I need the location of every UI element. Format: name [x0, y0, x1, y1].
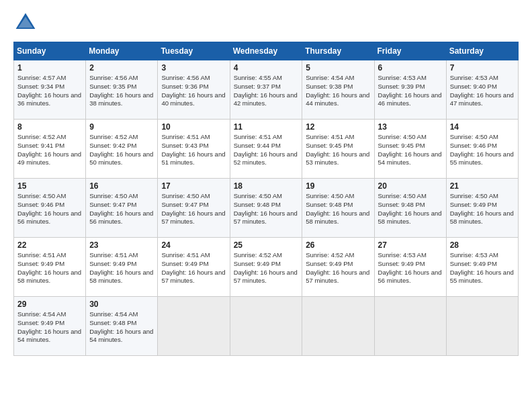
day-number: 29 [17, 300, 82, 309]
day-info: Sunrise: 4:51 AMSunset: 9:49 PMDaylight:… [161, 251, 226, 285]
calendar-week-2: 8Sunrise: 4:52 AMSunset: 9:41 PMDaylight… [14, 120, 519, 179]
day-number: 1 [17, 63, 82, 73]
calendar-day: 9Sunrise: 4:52 AMSunset: 9:42 PMDaylight… [86, 120, 158, 179]
day-number: 30 [89, 300, 154, 309]
day-number: 18 [234, 181, 299, 191]
calendar-day [374, 297, 446, 356]
day-info: Sunrise: 4:53 AMSunset: 9:49 PMDaylight:… [378, 251, 443, 285]
day-number: 20 [378, 181, 443, 191]
calendar-body: 1Sunrise: 4:57 AMSunset: 9:34 PMDaylight… [14, 60, 519, 356]
day-info: Sunrise: 4:56 AMSunset: 9:35 PMDaylight:… [89, 74, 154, 108]
weekday-header-friday: Friday [374, 42, 446, 60]
day-number: 8 [17, 122, 82, 132]
day-info: Sunrise: 4:50 AMSunset: 9:46 PMDaylight:… [450, 133, 515, 167]
weekday-header-sunday: Sunday [14, 42, 86, 60]
day-number: 22 [17, 240, 82, 250]
calendar-week-3: 15Sunrise: 4:50 AMSunset: 9:46 PMDayligh… [14, 179, 519, 238]
day-info: Sunrise: 4:53 AMSunset: 9:40 PMDaylight:… [450, 74, 515, 108]
day-info: Sunrise: 4:50 AMSunset: 9:47 PMDaylight:… [161, 192, 226, 226]
day-number: 14 [450, 122, 515, 132]
day-number: 4 [234, 63, 299, 73]
calendar-day: 12Sunrise: 4:51 AMSunset: 9:45 PMDayligh… [302, 120, 374, 179]
calendar-day: 4Sunrise: 4:55 AMSunset: 9:37 PMDaylight… [230, 60, 302, 120]
day-number: 16 [89, 181, 154, 191]
weekday-header-wednesday: Wednesday [230, 42, 302, 60]
day-number: 19 [306, 181, 370, 191]
calendar-day: 30Sunrise: 4:54 AMSunset: 9:48 PMDayligh… [86, 297, 158, 356]
calendar-week-4: 22Sunrise: 4:51 AMSunset: 9:49 PMDayligh… [14, 238, 519, 297]
day-number: 2 [89, 63, 154, 73]
calendar-day: 11Sunrise: 4:51 AMSunset: 9:44 PMDayligh… [230, 120, 302, 179]
weekday-row: SundayMondayTuesdayWednesdayThursdayFrid… [14, 42, 519, 60]
day-info: Sunrise: 4:51 AMSunset: 9:43 PMDaylight:… [161, 133, 226, 167]
day-number: 10 [161, 122, 226, 132]
calendar-day [158, 297, 230, 356]
calendar-day: 29Sunrise: 4:54 AMSunset: 9:49 PMDayligh… [14, 297, 86, 356]
day-number: 21 [450, 181, 515, 191]
calendar-day: 10Sunrise: 4:51 AMSunset: 9:43 PMDayligh… [158, 120, 230, 179]
day-number: 28 [450, 240, 515, 250]
calendar-week-5: 29Sunrise: 4:54 AMSunset: 9:49 PMDayligh… [14, 297, 519, 356]
day-number: 26 [306, 240, 370, 250]
calendar-header: SundayMondayTuesdayWednesdayThursdayFrid… [14, 42, 519, 60]
day-number: 24 [161, 240, 226, 250]
day-info: Sunrise: 4:54 AMSunset: 9:48 PMDaylight:… [89, 310, 154, 345]
day-number: 27 [378, 240, 443, 250]
day-number: 15 [17, 181, 82, 191]
calendar-day: 22Sunrise: 4:51 AMSunset: 9:49 PMDayligh… [14, 238, 86, 297]
day-info: Sunrise: 4:52 AMSunset: 9:42 PMDaylight:… [89, 133, 154, 167]
day-info: Sunrise: 4:50 AMSunset: 9:47 PMDaylight:… [89, 192, 154, 226]
day-number: 23 [89, 240, 154, 250]
day-number: 13 [378, 122, 443, 132]
calendar-day: 1Sunrise: 4:57 AMSunset: 9:34 PMDaylight… [14, 60, 86, 120]
day-number: 7 [450, 63, 515, 73]
calendar-day: 3Sunrise: 4:56 AMSunset: 9:36 PMDaylight… [158, 60, 230, 120]
day-info: Sunrise: 4:50 AMSunset: 9:46 PMDaylight:… [17, 192, 82, 226]
day-info: Sunrise: 4:50 AMSunset: 9:45 PMDaylight:… [378, 133, 443, 167]
calendar-week-1: 1Sunrise: 4:57 AMSunset: 9:34 PMDaylight… [14, 60, 519, 120]
day-info: Sunrise: 4:51 AMSunset: 9:45 PMDaylight:… [306, 133, 370, 167]
day-number: 12 [306, 122, 370, 132]
day-info: Sunrise: 4:52 AMSunset: 9:41 PMDaylight:… [17, 133, 82, 167]
weekday-header-saturday: Saturday [446, 42, 518, 60]
day-number: 9 [89, 122, 154, 132]
day-number: 17 [161, 181, 226, 191]
day-info: Sunrise: 4:57 AMSunset: 9:34 PMDaylight:… [17, 74, 82, 108]
day-number: 11 [234, 122, 299, 132]
calendar-day: 5Sunrise: 4:54 AMSunset: 9:38 PMDaylight… [302, 60, 374, 120]
day-info: Sunrise: 4:52 AMSunset: 9:49 PMDaylight:… [306, 251, 370, 285]
calendar-day: 24Sunrise: 4:51 AMSunset: 9:49 PMDayligh… [158, 238, 230, 297]
calendar-day: 25Sunrise: 4:52 AMSunset: 9:49 PMDayligh… [230, 238, 302, 297]
weekday-header-thursday: Thursday [302, 42, 374, 60]
calendar-day: 8Sunrise: 4:52 AMSunset: 9:41 PMDaylight… [14, 120, 86, 179]
day-info: Sunrise: 4:55 AMSunset: 9:37 PMDaylight:… [234, 74, 299, 108]
calendar-day: 26Sunrise: 4:52 AMSunset: 9:49 PMDayligh… [302, 238, 374, 297]
calendar-day [230, 297, 302, 356]
day-info: Sunrise: 4:50 AMSunset: 9:48 PMDaylight:… [234, 192, 299, 226]
calendar-day [446, 297, 518, 356]
calendar-day: 17Sunrise: 4:50 AMSunset: 9:47 PMDayligh… [158, 179, 230, 238]
day-number: 3 [161, 63, 226, 73]
day-info: Sunrise: 4:52 AMSunset: 9:49 PMDaylight:… [234, 251, 299, 285]
weekday-header-monday: Monday [86, 42, 158, 60]
day-info: Sunrise: 4:54 AMSunset: 9:38 PMDaylight:… [306, 74, 370, 108]
header [13, 11, 519, 35]
calendar-day: 14Sunrise: 4:50 AMSunset: 9:46 PMDayligh… [446, 120, 518, 179]
day-info: Sunrise: 4:50 AMSunset: 9:48 PMDaylight:… [306, 192, 370, 226]
calendar-day: 2Sunrise: 4:56 AMSunset: 9:35 PMDaylight… [86, 60, 158, 120]
calendar-day: 21Sunrise: 4:50 AMSunset: 9:49 PMDayligh… [446, 179, 518, 238]
calendar-day: 27Sunrise: 4:53 AMSunset: 9:49 PMDayligh… [374, 238, 446, 297]
weekday-header-tuesday: Tuesday [158, 42, 230, 60]
calendar-day: 19Sunrise: 4:50 AMSunset: 9:48 PMDayligh… [302, 179, 374, 238]
day-info: Sunrise: 4:53 AMSunset: 9:39 PMDaylight:… [378, 74, 443, 108]
logo [13, 11, 40, 35]
day-info: Sunrise: 4:51 AMSunset: 9:49 PMDaylight:… [17, 251, 82, 285]
day-info: Sunrise: 4:50 AMSunset: 9:48 PMDaylight:… [378, 192, 443, 226]
page: SundayMondayTuesdayWednesdayThursdayFrid… [0, 0, 532, 363]
calendar-day: 15Sunrise: 4:50 AMSunset: 9:46 PMDayligh… [14, 179, 86, 238]
day-number: 6 [378, 63, 443, 73]
day-info: Sunrise: 4:56 AMSunset: 9:36 PMDaylight:… [161, 74, 226, 108]
calendar-table: SundayMondayTuesdayWednesdayThursdayFrid… [13, 42, 519, 356]
calendar-day: 6Sunrise: 4:53 AMSunset: 9:39 PMDaylight… [374, 60, 446, 120]
day-info: Sunrise: 4:51 AMSunset: 9:49 PMDaylight:… [89, 251, 154, 285]
